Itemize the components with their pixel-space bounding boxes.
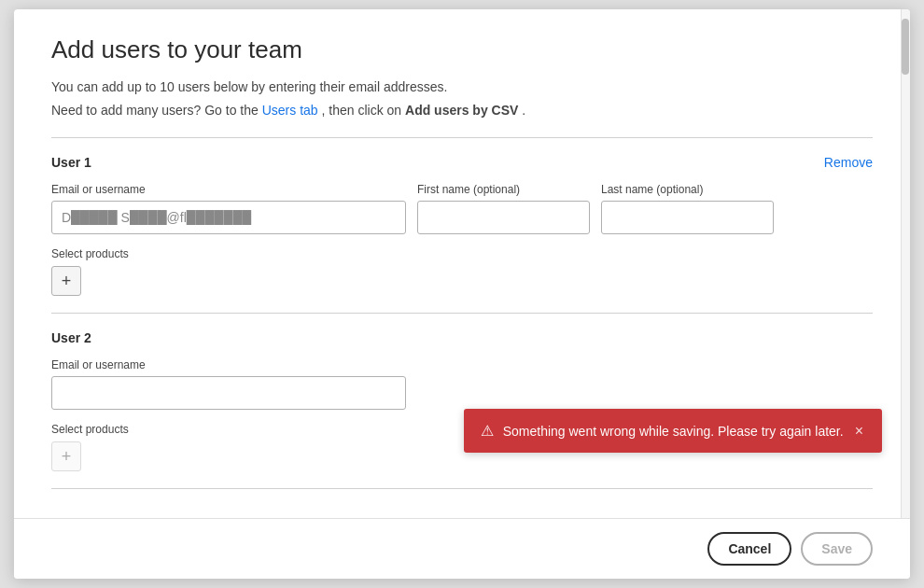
error-toast: ⚠ Something went wrong while saving. Ple… [464, 409, 882, 453]
user2-add-product-icon: + [62, 447, 72, 467]
user1-section: User 1 Remove Email or username First na… [51, 155, 873, 296]
add-users-dialog: Add users to your team You can add up to… [14, 9, 910, 579]
toast-warning-icon: ⚠ [481, 422, 494, 440]
user1-select-products: Select products + [51, 247, 873, 296]
user1-label: User 1 Remove [51, 155, 873, 170]
dialog-body: Add users to your team You can add up to… [14, 9, 910, 518]
user1-select-products-label: Select products [51, 247, 873, 260]
scrollbar-track[interactable] [901, 9, 910, 518]
user2-add-product-btn[interactable]: + [51, 441, 81, 471]
toast-message: Something went wrong while saving. Pleas… [503, 424, 844, 439]
dialog-desc-period: . [522, 103, 525, 118]
user2-email-input[interactable] [51, 376, 406, 410]
toast-close-btn[interactable]: × [853, 423, 865, 440]
user2-label: User 2 [51, 330, 873, 345]
user2-title: User 2 [51, 330, 91, 345]
divider-top [51, 137, 873, 138]
dialog-desc-line1: You can add up to 10 users below by ente… [51, 77, 873, 97]
dialog-desc-prefix: Need to add many users? Go to the [51, 103, 262, 118]
user1-lastname-group: Last name (optional) [601, 183, 774, 234]
dialog-footer: Cancel Save [14, 518, 910, 579]
user2-fields-row: Email or username [51, 358, 873, 410]
user1-title: User 1 [51, 155, 91, 170]
user1-fields-row: Email or username First name (optional) … [51, 183, 873, 234]
divider-bottom [51, 488, 873, 489]
save-button[interactable]: Save [801, 532, 873, 566]
user1-add-product-icon: + [62, 272, 72, 291]
user1-email-group: Email or username [51, 183, 406, 234]
user1-lastname-label: Last name (optional) [601, 183, 774, 196]
user2-email-group: Email or username [51, 358, 406, 410]
user1-remove-link[interactable]: Remove [824, 155, 873, 170]
user1-email-label: Email or username [51, 183, 406, 196]
scrollbar-thumb [902, 19, 909, 75]
dialog-desc-line2: Need to add many users? Go to the Users … [51, 101, 873, 120]
divider-user1-user2 [51, 313, 873, 314]
user1-email-input[interactable] [51, 201, 406, 234]
dialog-desc-bold: Add users by CSV [405, 103, 518, 118]
dialog-desc-suffix: , then click on [322, 103, 406, 118]
user2-email-label: Email or username [51, 358, 406, 371]
user1-firstname-label: First name (optional) [417, 183, 590, 196]
dialog-title: Add users to your team [51, 35, 873, 64]
user1-lastname-input[interactable] [601, 201, 774, 234]
user1-firstname-input[interactable] [417, 201, 590, 234]
user1-add-product-btn[interactable]: + [51, 266, 81, 296]
cancel-button[interactable]: Cancel [707, 532, 791, 566]
users-tab-link[interactable]: Users tab [262, 103, 318, 118]
user1-firstname-group: First name (optional) [417, 183, 590, 234]
